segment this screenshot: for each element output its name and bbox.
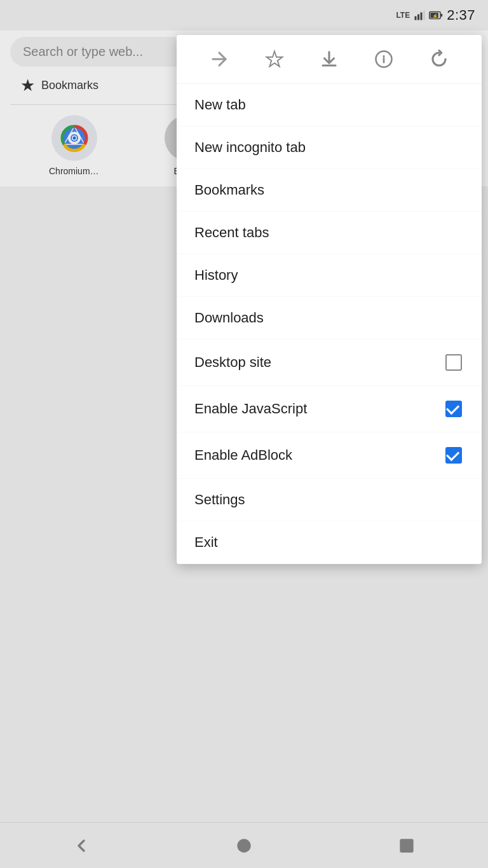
bookmark-button[interactable] xyxy=(261,45,288,73)
menu-item-desktop-site[interactable]: Desktop site xyxy=(177,340,482,386)
enable-javascript-label: Enable JavaScript xyxy=(194,401,307,417)
enable-adblock-label: Enable AdBlock xyxy=(194,447,292,464)
checkbox-checked-adblock-icon xyxy=(445,447,462,464)
downloads-label: Downloads xyxy=(194,310,264,326)
menu-item-bookmarks[interactable]: Bookmarks xyxy=(177,169,482,212)
bookmarks-menu-label: Bookmarks xyxy=(194,182,264,198)
settings-label: Settings xyxy=(194,492,245,508)
menu-item-downloads[interactable]: Downloads xyxy=(177,297,482,340)
dropdown-menu: New tab New incognito tab Bookmarks Rece… xyxy=(177,35,482,564)
refresh-button[interactable] xyxy=(425,45,453,73)
refresh-icon xyxy=(430,50,449,69)
recent-tabs-label: Recent tabs xyxy=(194,224,269,241)
menu-item-history[interactable]: History xyxy=(177,254,482,297)
info-button[interactable] xyxy=(370,45,398,73)
forward-button[interactable] xyxy=(205,45,233,73)
checkbox-checked-icon xyxy=(445,401,462,417)
menu-item-new-incognito-tab[interactable]: New incognito tab xyxy=(177,127,482,169)
download-icon xyxy=(320,50,339,69)
menu-item-recent-tabs[interactable]: Recent tabs xyxy=(177,212,482,254)
info-icon xyxy=(374,50,393,69)
desktop-site-checkbox[interactable] xyxy=(444,352,464,373)
enable-adblock-checkbox[interactable] xyxy=(444,445,464,465)
forward-icon xyxy=(210,50,229,69)
menu-item-enable-javascript[interactable]: Enable JavaScript xyxy=(177,386,482,432)
menu-item-enable-adblock[interactable]: Enable AdBlock xyxy=(177,432,482,479)
menu-item-exit[interactable]: Exit xyxy=(177,521,482,564)
new-incognito-tab-label: New incognito tab xyxy=(194,139,306,156)
desktop-site-label: Desktop site xyxy=(194,354,271,371)
menu-item-settings[interactable]: Settings xyxy=(177,479,482,521)
checkbox-empty-icon xyxy=(445,354,462,371)
download-button[interactable] xyxy=(315,45,343,73)
menu-toolbar xyxy=(177,35,482,84)
new-tab-label: New tab xyxy=(194,97,246,113)
bookmark-star-toolbar-icon xyxy=(265,50,284,69)
enable-javascript-checkbox[interactable] xyxy=(444,399,464,419)
menu-item-new-tab[interactable]: New tab xyxy=(177,84,482,127)
exit-label: Exit xyxy=(194,534,218,551)
history-label: History xyxy=(194,267,238,284)
